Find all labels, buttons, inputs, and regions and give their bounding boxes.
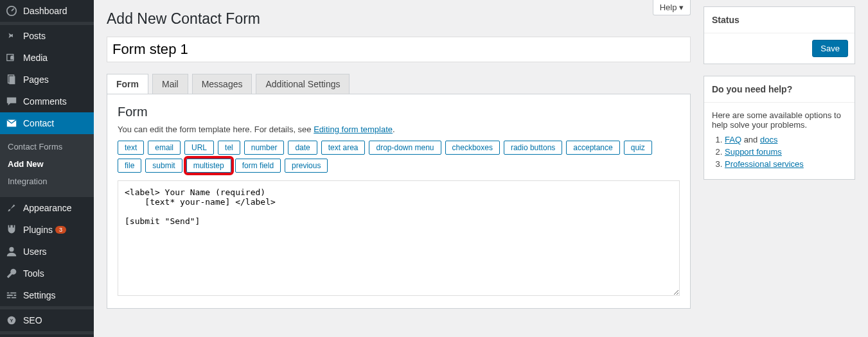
chevron-down-icon: ▾ — [679, 3, 684, 12]
help-intro: Here are some available options to help … — [712, 110, 847, 130]
user-icon — [5, 245, 18, 258]
tag-date[interactable]: date — [288, 141, 317, 155]
menu-collapse[interactable]: Collapse menu — [0, 334, 94, 337]
tab-form[interactable]: Form — [107, 74, 148, 94]
menu-settings[interactable]: Settings — [0, 284, 94, 306]
submenu-add-new[interactable]: Add New — [0, 155, 94, 173]
tag-URL[interactable]: URL — [184, 141, 214, 155]
pin-icon — [5, 30, 18, 42]
menu-label: SEO — [23, 315, 42, 325]
menu-label: Media — [23, 53, 48, 63]
tag-text[interactable]: text — [118, 141, 144, 155]
tag-previous[interactable]: previous — [285, 159, 328, 173]
tag-form-field[interactable]: form field — [235, 159, 281, 173]
menu-label: Comments — [23, 96, 67, 107]
menu-label: Users — [23, 246, 47, 257]
editing-template-link[interactable]: Editing form template — [314, 125, 393, 134]
help-heading: Do you need help? — [704, 76, 855, 103]
tag-number[interactable]: number — [244, 141, 285, 155]
faq-link[interactable]: FAQ — [725, 135, 741, 144]
menu-tools[interactable]: Tools — [0, 263, 94, 284]
status-box: Status Save — [704, 6, 855, 64]
tag-quiz[interactable]: quiz — [624, 141, 652, 155]
tag-generator-row: textemailURLtelnumberdatetext areadrop-d… — [118, 141, 680, 173]
status-heading: Status — [704, 7, 855, 33]
form-textarea[interactable] — [118, 180, 680, 296]
menu-comments[interactable]: Comments — [0, 91, 94, 112]
tag-drop-down-menu[interactable]: drop-down menu — [369, 141, 441, 155]
tag-radio-buttons[interactable]: radio buttons — [504, 141, 562, 155]
help-item-faq: FAQ and docs — [725, 135, 847, 144]
tag-tel[interactable]: tel — [218, 141, 240, 155]
panel-heading: Form — [118, 105, 680, 119]
dashboard-icon — [5, 4, 18, 17]
menu-label: Dashboard — [23, 6, 67, 16]
tag-file[interactable]: file — [118, 159, 141, 173]
page-title: Add New Contact Form — [107, 10, 691, 28]
panel-desc-text: You can edit the form template here. For… — [118, 125, 314, 134]
save-button[interactable]: Save — [812, 40, 848, 57]
tab-mail[interactable]: Mail — [152, 74, 188, 94]
submenu-contact: Contact Forms Add New Integration — [0, 134, 94, 194]
brush-icon — [5, 202, 18, 214]
tag-checkboxes[interactable]: checkboxes — [445, 141, 500, 155]
form-title-input[interactable] — [107, 37, 691, 62]
plugin-update-badge: 3 — [55, 226, 66, 234]
menu-posts[interactable]: Posts — [0, 25, 94, 47]
sliders-icon — [5, 289, 18, 302]
plug-icon — [5, 223, 18, 236]
help-item-support: Support forums — [725, 147, 847, 157]
tag-acceptance[interactable]: acceptance — [566, 141, 619, 155]
page-icon — [5, 73, 18, 86]
help-box: Do you need help? Here are some availabl… — [704, 76, 855, 180]
menu-dashboard[interactable]: Dashboard — [0, 0, 94, 22]
submenu-contact-forms[interactable]: Contact Forms — [0, 138, 94, 155]
menu-plugins[interactable]: Plugins3 — [0, 219, 94, 241]
menu-label: Contact — [23, 118, 54, 128]
mail-icon — [5, 117, 18, 130]
tag-multistep[interactable]: multistep — [186, 159, 231, 173]
tag-text-area[interactable]: text area — [321, 141, 366, 155]
comment-icon — [5, 95, 18, 108]
panel-description: You can edit the form template here. For… — [118, 125, 680, 134]
menu-users[interactable]: Users — [0, 241, 94, 263]
seo-icon: Y — [5, 314, 18, 327]
menu-label: Appearance — [23, 203, 72, 213]
menu-label: Tools — [23, 268, 44, 279]
help-label: Help — [660, 3, 677, 12]
menu-label: Posts — [23, 31, 46, 41]
docs-link[interactable]: docs — [760, 135, 777, 144]
admin-sidebar: Dashboard Posts Media Pages Comments Con… — [0, 0, 94, 337]
svg-text:Y: Y — [10, 318, 13, 324]
professional-link[interactable]: Professional services — [725, 159, 804, 169]
media-icon — [5, 51, 18, 64]
form-panel: Form You can edit the form template here… — [107, 94, 691, 309]
menu-seo[interactable]: YSEO — [0, 309, 94, 331]
wrench-icon — [5, 267, 18, 280]
menu-appearance[interactable]: Appearance — [0, 197, 94, 219]
tag-email[interactable]: email — [148, 141, 181, 155]
menu-contact[interactable]: Contact — [0, 112, 94, 134]
support-link[interactable]: Support forums — [725, 147, 782, 157]
svg-rect-3 — [9, 76, 15, 85]
tag-submit[interactable]: submit — [145, 159, 182, 173]
tab-additional-settings[interactable]: Additional Settings — [256, 74, 350, 94]
svg-point-5 — [9, 247, 13, 252]
help-list: FAQ and docs Support forums Professional… — [712, 135, 847, 169]
menu-media[interactable]: Media — [0, 47, 94, 69]
tab-messages[interactable]: Messages — [192, 74, 252, 94]
help-item-pro: Professional services — [725, 159, 847, 169]
menu-label: Pages — [23, 74, 49, 85]
menu-pages[interactable]: Pages — [0, 69, 94, 91]
tab-row: Form Mail Messages Additional Settings — [107, 74, 691, 94]
menu-label: Plugins — [23, 225, 53, 235]
help-tab[interactable]: Help ▾ — [653, 0, 691, 15]
menu-label: Settings — [23, 290, 56, 300]
submenu-integration[interactable]: Integration — [0, 173, 94, 190]
